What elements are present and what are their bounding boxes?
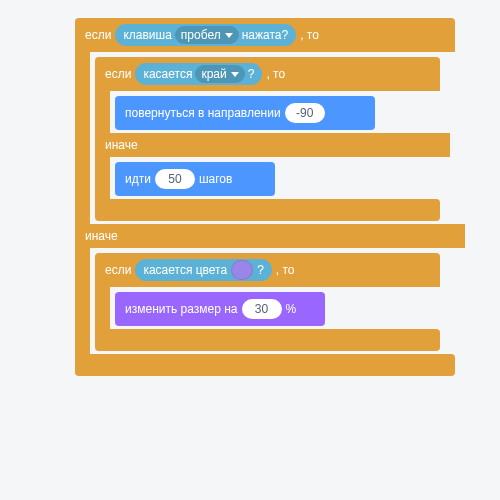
if-block-edge-header[interactable]: если касается край ? , то [95,57,440,91]
else-bar-edge[interactable]: иначе [95,133,450,157]
move-steps-block[interactable]: идти 50 шагов [115,162,275,196]
size-input[interactable]: 30 [242,299,282,319]
if-block-color-header[interactable]: если касается цвета ? , то [95,253,440,287]
if-block-outer-header[interactable]: если клавиша пробел нажата? , то [75,18,455,52]
touching-reporter[interactable]: касается край ? [135,63,262,85]
key-dropdown[interactable]: пробел [175,26,239,44]
change-size-block[interactable]: изменить размер на 30 % [115,292,325,326]
keyword-if: если [85,28,111,42]
key-pressed-reporter[interactable]: клавиша пробел нажата? [115,24,296,46]
direction-input[interactable]: -90 [285,103,325,123]
point-in-direction-block[interactable]: повернуться в направлении -90 [115,96,375,130]
c-cap [95,329,440,351]
c-cap-outer [75,354,455,376]
else-bar-outer[interactable]: иначе [75,224,465,248]
keyword-then: , то [300,28,319,42]
touching-color-reporter[interactable]: касается цвета ? [135,259,271,281]
if-block-edge-false-branch: идти 50 шагов [95,157,440,199]
if-block-color-true-branch: изменить размер на 30 % [95,287,440,329]
if-block-outer-true-branch: если касается край ? , то повернуться в … [75,52,455,224]
if-block-outer-false-branch: если касается цвета ? , то изменить разм… [75,248,455,354]
if-block-edge-true-branch: повернуться в направлении -90 [95,91,440,133]
scratch-script: если клавиша пробел нажата? , то если ка… [75,18,455,376]
chevron-down-icon [225,33,233,38]
chevron-down-icon [231,72,239,77]
steps-input[interactable]: 50 [155,169,195,189]
c-cap [95,199,440,221]
c-arm [75,52,90,224]
color-input[interactable] [231,260,253,280]
touching-dropdown[interactable]: край [195,65,244,83]
